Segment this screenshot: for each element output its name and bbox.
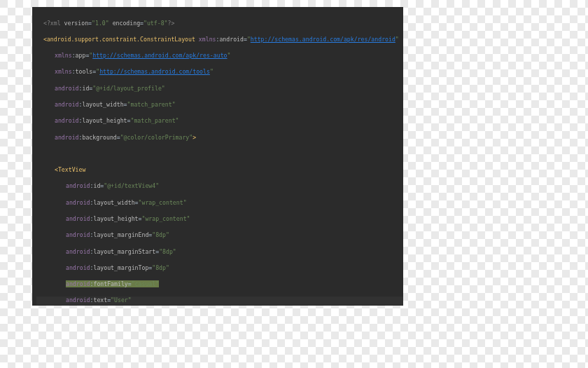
attr-line: android:layout_marginStart="8dp" — [36, 248, 403, 257]
attr-line: android:layout_marginTop="8dp" — [36, 264, 403, 273]
attr-line: android:id="@+id/textView4" — [36, 182, 403, 191]
blank-line — [36, 150, 403, 158]
attr-line: xmlns:app="http://schemas.android.com/ap… — [36, 52, 403, 60]
code-editor[interactable]: <?xml version="1.0" encoding="utf-8"?> <… — [32, 7, 403, 306]
xml-declaration: <?xml version="1.0" encoding="utf-8"?> — [36, 20, 403, 28]
attr-line: android:background="@color/colorPrimary"… — [36, 134, 403, 142]
attr-line: android:layout_width="match_parent" — [36, 101, 403, 109]
attr-line-caret: android:text="User" — [36, 297, 403, 305]
attr-line: android:layout_height="wrap_content" — [36, 215, 403, 224]
textview-open: <TextView — [36, 166, 403, 175]
attr-line: android:id="@+id/layout_profile" — [36, 85, 403, 93]
attr-line: android:layout_width="wrap_content" — [36, 199, 403, 207]
attr-line: android:fontFamily="casual" — [36, 280, 403, 289]
attr-line: xmlns:tools="http://schemas.android.com/… — [36, 68, 403, 76]
attr-line: android:layout_height="match_parent" — [36, 117, 403, 125]
attr-line: android:layout_marginEnd="8dp" — [36, 231, 403, 240]
root-open: <android.support.constraint.ConstraintLa… — [36, 36, 403, 44]
